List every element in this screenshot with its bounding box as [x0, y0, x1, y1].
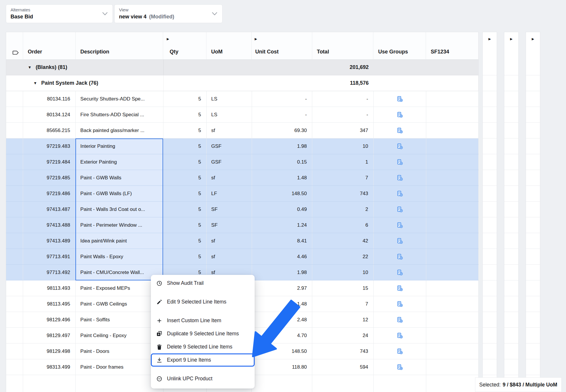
total-cell[interactable]: 12	[312, 312, 374, 327]
table-row[interactable]: 97413.487Paint - Walls 3rd Coat out o...…	[6, 202, 479, 217]
flag-cell[interactable]	[6, 217, 23, 233]
total-cell[interactable]: 1	[312, 154, 374, 170]
flag-cell[interactable]	[6, 186, 23, 201]
building-plus-icon[interactable]	[397, 238, 403, 244]
sf1234-cell[interactable]	[426, 123, 479, 138]
uom-cell[interactable]: LS	[207, 91, 252, 107]
column-header-sf1234[interactable]: SF1234	[426, 32, 478, 59]
order-cell[interactable]: 97219.484	[23, 154, 76, 170]
sf1234-cell[interactable]	[426, 138, 479, 154]
column-header-uom[interactable]: UoM	[206, 32, 252, 59]
sf1234-cell[interactable]	[426, 154, 479, 170]
order-cell[interactable]: 98129.496	[23, 312, 76, 327]
description-cell[interactable]: Paint - Doors	[76, 344, 163, 359]
column-header-qty[interactable]: ▶ Qty	[163, 32, 206, 59]
unit-cost-cell[interactable]: 1.98	[252, 138, 313, 154]
sf1234-cell[interactable]	[426, 359, 479, 375]
building-plus-icon[interactable]	[397, 127, 403, 133]
expand-columns-icon[interactable]: ▶	[510, 37, 512, 41]
menu-item-delete-9-selected-line-items[interactable]: Delete 9 Selected Line Items	[151, 340, 255, 353]
total-cell[interactable]: 7	[312, 296, 374, 312]
qty-cell[interactable]: 5	[163, 107, 207, 122]
unit-cost-cell[interactable]: 69.30	[252, 123, 313, 138]
flag-cell[interactable]	[6, 249, 23, 264]
unit-cost-cell[interactable]: 1.48	[252, 296, 313, 312]
table-row[interactable]: 97219.486Paint - GWB Walls (LF)5LF148.50…	[6, 186, 479, 202]
use-groups-cell[interactable]	[374, 154, 426, 170]
unit-cost-cell[interactable]: 4.46	[252, 249, 313, 264]
unit-cost-cell[interactable]: 1.24	[252, 217, 313, 233]
sf1234-cell[interactable]	[426, 233, 479, 249]
collapse-group-icon[interactable]: ▼	[33, 81, 37, 85]
group-row-blanks[interactable]: ▼ (Blanks) (81) 201,692	[6, 60, 479, 75]
use-groups-cell[interactable]	[374, 312, 426, 327]
expand-columns-icon[interactable]: ▶	[532, 37, 534, 41]
sf1234-cell[interactable]	[426, 280, 479, 296]
description-cell[interactable]: Fire Shutters-ADD Special ...	[76, 107, 163, 122]
order-cell[interactable]: 97219.483	[23, 138, 76, 154]
total-cell[interactable]: -	[312, 91, 374, 107]
description-cell[interactable]: Paint - Perimeter Window ...	[76, 217, 163, 233]
flag-cell[interactable]	[6, 154, 23, 170]
flag-cell[interactable]	[6, 123, 23, 138]
use-groups-cell[interactable]	[374, 91, 426, 107]
order-cell[interactable]: 98129.498	[23, 344, 76, 359]
total-cell[interactable]: 6	[312, 217, 374, 233]
description-cell[interactable]: Paint - Door frames	[76, 359, 163, 375]
total-cell[interactable]: 594	[312, 359, 374, 375]
flag-cell[interactable]	[6, 202, 23, 217]
table-row[interactable]: 97219.485Paint - GWB Walls5sf1.487	[6, 170, 479, 186]
building-plus-icon[interactable]	[397, 254, 403, 260]
order-cell[interactable]: 85656.215	[23, 123, 76, 138]
building-plus-icon[interactable]	[397, 317, 403, 323]
group-row-paint-system-jack[interactable]: ▼ Paint System Jack (76) 118,576	[6, 75, 479, 91]
qty-cell[interactable]: 5	[163, 233, 207, 249]
use-groups-cell[interactable]	[374, 202, 426, 217]
description-cell[interactable]: Paint - GWB Walls (LF)	[76, 186, 163, 201]
sf1234-cell[interactable]	[426, 312, 479, 327]
order-cell[interactable]: 97219.485	[23, 170, 76, 185]
collapsed-column-group-1[interactable]: ▶	[482, 32, 497, 392]
expand-columns-icon[interactable]: ▶	[255, 37, 257, 41]
use-groups-cell[interactable]	[374, 170, 426, 185]
total-cell[interactable]: 743	[312, 186, 374, 201]
description-cell[interactable]: Paint - CMU/Concrete Wall...	[76, 265, 163, 280]
unit-cost-cell[interactable]: 0.15	[252, 154, 313, 170]
uom-cell[interactable]: GSF	[207, 138, 252, 154]
column-header-total[interactable]: Total	[312, 32, 374, 59]
sf1234-cell[interactable]	[426, 91, 479, 107]
flag-cell[interactable]	[6, 107, 23, 122]
expand-columns-icon[interactable]: ▶	[489, 37, 491, 41]
uom-cell[interactable]: sf	[207, 123, 252, 138]
building-plus-icon[interactable]	[397, 190, 403, 197]
flag-cell[interactable]	[6, 91, 23, 107]
collapsed-column-group-2[interactable]: ▶	[504, 32, 519, 392]
table-row[interactable]: 97219.484Exterior Painting5GSF0.151	[6, 154, 479, 170]
qty-cell[interactable]: 5	[163, 154, 207, 170]
unit-cost-cell[interactable]: 148.50	[252, 344, 313, 359]
building-plus-icon[interactable]	[397, 301, 403, 307]
total-cell[interactable]: 42	[312, 233, 374, 249]
description-cell[interactable]: Paint - GWB Walls	[76, 170, 163, 185]
use-groups-cell[interactable]	[374, 280, 426, 296]
building-plus-icon[interactable]	[397, 285, 403, 291]
uom-cell[interactable]: sf	[207, 249, 252, 264]
order-cell[interactable]: 97219.486	[23, 186, 76, 201]
building-plus-icon[interactable]	[397, 332, 403, 339]
sf1234-cell[interactable]	[426, 217, 479, 233]
total-cell[interactable]: 15	[312, 280, 374, 296]
flag-cell[interactable]	[6, 312, 23, 327]
description-cell[interactable]: Paint - Soffits	[76, 312, 163, 327]
menu-item-insert-custom-line-item[interactable]: Insert Custom Line Item	[151, 314, 255, 327]
flag-cell[interactable]	[6, 328, 23, 343]
flag-cell[interactable]	[6, 344, 23, 359]
menu-item-show-audit-trail[interactable]: Show Audit Trail	[151, 277, 255, 290]
order-cell[interactable]: 97413.488	[23, 217, 76, 233]
use-groups-cell[interactable]	[374, 123, 426, 138]
menu-item-duplicate-9-selected-line-items[interactable]: Duplicate 9 Selected Line Items	[151, 327, 255, 340]
unit-cost-cell[interactable]: 8.41	[252, 233, 313, 249]
building-plus-icon[interactable]	[397, 364, 403, 370]
uom-cell[interactable]: sf	[207, 233, 252, 249]
sf1234-cell[interactable]	[426, 249, 479, 264]
collapsed-column-group-3[interactable]: ▶	[526, 32, 540, 392]
